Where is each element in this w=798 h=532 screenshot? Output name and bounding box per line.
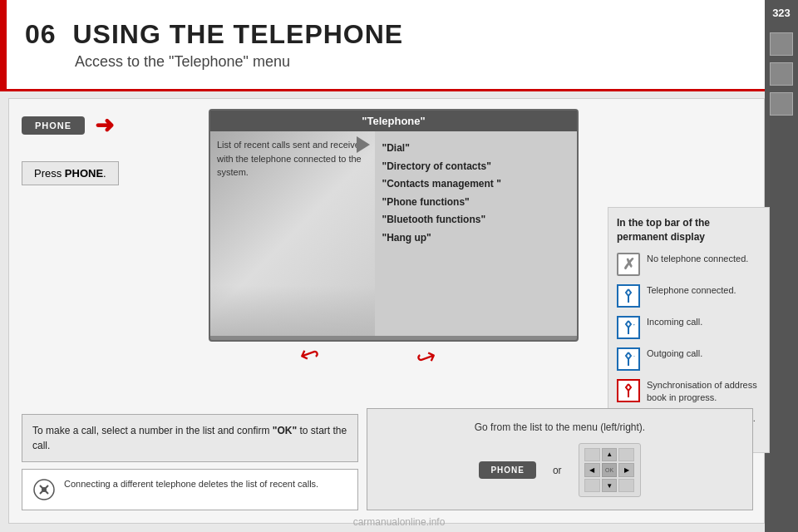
info-row-sync: Synchronisation of address book in progr… bbox=[617, 379, 761, 405]
svg-point-3 bbox=[42, 487, 47, 492]
dpad-left[interactable]: ◀ bbox=[584, 463, 600, 477]
screen-header: "Telephone" bbox=[210, 111, 577, 131]
outgoing-text: Outgoing call. bbox=[647, 347, 702, 360]
arrow-right-icon: ➜ bbox=[95, 111, 114, 139]
red-bar bbox=[0, 0, 7, 91]
sync-icon bbox=[617, 379, 640, 402]
screen-left-panel: List of recent calls sent and received w… bbox=[210, 131, 375, 336]
dpad-control[interactable]: ▲ ◀ OK ▶ ▼ bbox=[579, 443, 641, 497]
telephone-screen: "Telephone" List of recent calls sent an… bbox=[209, 109, 579, 342]
dpad-cell-bl bbox=[584, 479, 600, 493]
navigation-controls: PHONE or ▲ ◀ OK ▶ ▼ bbox=[380, 443, 740, 497]
dpad-cell bbox=[584, 448, 600, 462]
recent-calls-text: List of recent calls sent and received w… bbox=[217, 138, 368, 180]
tel-connected-icon bbox=[617, 284, 640, 308]
warning-text: Connecting a different telephone deletes… bbox=[64, 478, 318, 490]
bottom-right-box: Go from the list to the menu (left/right… bbox=[367, 408, 753, 510]
info-row-outgoing: → Outgoing call. bbox=[617, 347, 761, 371]
dpad-cell-br bbox=[618, 479, 634, 493]
warning-box: Connecting a different telephone deletes… bbox=[22, 469, 358, 510]
red-arrow-decoration-2: ↪ bbox=[412, 342, 440, 374]
menu-item-hangup[interactable]: "Hang up" bbox=[382, 229, 570, 248]
incoming-icon: ← bbox=[617, 316, 640, 339]
no-tel-text: No telephone connected. bbox=[647, 253, 748, 265]
chapter-title: 06 USING THE TELEPHONE bbox=[25, 19, 740, 50]
dpad-center[interactable]: OK bbox=[602, 463, 618, 477]
info-row-no-tel: ✗ No telephone connected. bbox=[617, 253, 761, 276]
nav-btn-2[interactable] bbox=[770, 62, 793, 86]
menu-item-phone-functions[interactable]: "Phone functions" bbox=[382, 194, 570, 212]
nav-btn-1[interactable] bbox=[770, 32, 793, 56]
menu-item-bluetooth[interactable]: "Bluetooth functions" bbox=[382, 211, 570, 229]
dpad-cell-tr bbox=[618, 448, 634, 462]
screen-body: List of recent calls sent and received w… bbox=[210, 131, 577, 336]
press-phone-box: Press PHONE. bbox=[22, 161, 119, 185]
dpad-up[interactable]: ▲ bbox=[602, 448, 618, 462]
header-section: 06 USING THE TELEPHONE Access to the "Te… bbox=[0, 0, 765, 91]
red-arrow-decoration: ↩ bbox=[296, 337, 323, 370]
bottom-left-area: To make a call, select a number in the l… bbox=[22, 414, 358, 510]
screen-right-panel: "Dial" "Directory of contacts" "Contacts… bbox=[375, 131, 577, 336]
call-info-box: To make a call, select a number in the l… bbox=[22, 414, 358, 462]
outgoing-icon: → bbox=[617, 347, 640, 371]
chapter-number: 06 bbox=[25, 19, 57, 49]
info-row-tel-connected: Telephone connected. bbox=[617, 284, 761, 308]
press-phone-text: Press PHONE. bbox=[34, 167, 106, 180]
sub-title: Access to the "Telephone" menu bbox=[75, 53, 740, 71]
phone-button-area: PHONE ➜ bbox=[22, 111, 114, 139]
chapter-title-text: USING THE TELEPHONE bbox=[72, 19, 403, 49]
svg-text:→: → bbox=[632, 352, 635, 360]
menu-item-dial[interactable]: "Dial" bbox=[382, 140, 570, 158]
play-icon[interactable] bbox=[357, 136, 370, 153]
dpad-down[interactable]: ▼ bbox=[602, 479, 618, 493]
sync-text: Synchronisation of address book in progr… bbox=[647, 379, 761, 405]
menu-item-contacts[interactable]: "Contacts management " bbox=[382, 175, 570, 194]
page-number: 323 bbox=[772, 7, 791, 19]
or-text: or bbox=[553, 465, 562, 476]
watermark: carmanualonline.info bbox=[353, 516, 446, 528]
call-info-text: To make a call, select a number in the l… bbox=[32, 425, 347, 451]
incoming-text: Incoming call. bbox=[647, 316, 702, 328]
nav-phone-button[interactable]: PHONE bbox=[479, 461, 536, 479]
main-content: PHONE ➜ Press PHONE. "Telephone" List of… bbox=[8, 98, 765, 524]
info-row-incoming: ← Incoming call. bbox=[617, 316, 761, 339]
go-from-title: Go from the list to the menu (left/right… bbox=[380, 421, 740, 433]
warning-icon bbox=[32, 478, 56, 501]
nav-btn-3[interactable] bbox=[770, 92, 793, 116]
menu-item-directory[interactable]: "Directory of contacts" bbox=[382, 158, 570, 176]
screen-gradient bbox=[210, 286, 375, 336]
svg-text:←: ← bbox=[632, 321, 635, 328]
dpad-right[interactable]: ▶ bbox=[618, 463, 634, 477]
phone-button[interactable]: PHONE bbox=[22, 116, 85, 135]
no-tel-icon: ✗ bbox=[617, 253, 640, 276]
top-bar: 323 bbox=[765, 0, 798, 532]
tel-connected-text: Telephone connected. bbox=[647, 284, 736, 297]
info-panel-title: In the top bar of the permanent display bbox=[617, 216, 761, 244]
